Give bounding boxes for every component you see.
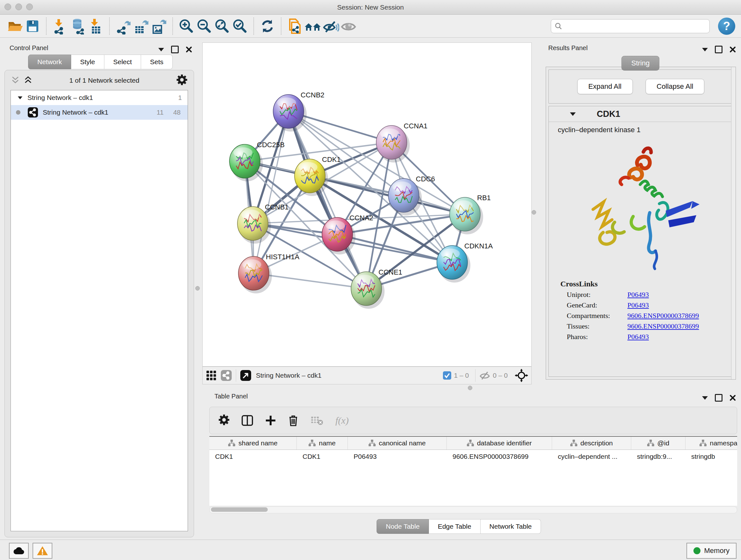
export-image-button[interactable] (150, 17, 168, 35)
column-header-canonical-name[interactable]: canonical name (348, 437, 447, 449)
save-session-button[interactable] (23, 17, 42, 35)
panel-menu-icon[interactable] (158, 48, 164, 51)
network-node-CDC6[interactable]: CDC6 (388, 175, 435, 215)
crosslink-link[interactable]: P06493 (627, 333, 649, 341)
entry-collapse-icon[interactable] (570, 112, 576, 116)
table-cell[interactable]: stringdb:9... (631, 450, 685, 463)
crosslink-link[interactable]: 9606.ENSP00000378699 (627, 312, 699, 320)
results-scrollbar[interactable] (731, 67, 736, 379)
table-tab-network-table[interactable]: Network Table (481, 519, 541, 534)
network-node-HIST1H1A[interactable]: HIST1H1A (239, 253, 299, 294)
table-horizontal-scrollbar[interactable] (209, 506, 737, 513)
panel-menu-icon[interactable] (702, 396, 708, 400)
show-columns-icon[interactable] (242, 415, 253, 426)
cloud-status-button[interactable] (9, 543, 29, 559)
table-cell[interactable]: P06493 (348, 450, 447, 463)
column-header-database-identifier[interactable]: database identifier (447, 437, 552, 449)
column-header-@id[interactable]: @id (631, 437, 685, 449)
crosslink-link[interactable]: P06493 (627, 291, 649, 299)
zoom-selected-button[interactable] (231, 17, 249, 35)
gene-entry-header[interactable]: CDK1 (549, 106, 733, 122)
birds-eye-view-icon[interactable] (515, 369, 528, 382)
zoom-in-button[interactable] (178, 17, 195, 35)
table-cell[interactable]: cyclin–dependent ... (552, 450, 631, 463)
help-button[interactable]: ? (718, 17, 735, 35)
network-node-RB1[interactable]: RB1 (450, 194, 491, 234)
collection-expand-icon[interactable] (18, 97, 22, 99)
network-node-CCNA2[interactable]: CCNA2 (322, 214, 374, 254)
column-header-name[interactable]: name (297, 437, 348, 449)
delete-column-icon[interactable] (288, 415, 298, 426)
collapse-all-button[interactable]: Collapse All (646, 79, 704, 94)
column-label: canonical name (379, 439, 426, 447)
selected-checkbox-icon[interactable] (443, 371, 452, 380)
open-session-button[interactable] (6, 17, 23, 35)
column-header-namespace[interactable]: namespace (685, 437, 737, 449)
network-collection-row[interactable]: String Network – cdk1 1 (11, 90, 188, 105)
table-tab-node-table[interactable]: Node Table (377, 519, 429, 534)
close-panel-icon[interactable] (730, 46, 736, 53)
network-node-CCNA1[interactable]: CCNA1 (376, 122, 428, 163)
network-node-CCNB2[interactable]: CCNB2 (273, 91, 325, 132)
grid-view-icon[interactable] (206, 370, 217, 381)
open-in-window-icon[interactable] (240, 370, 252, 381)
network-share-view-icon[interactable] (220, 370, 232, 381)
panel-menu-icon[interactable] (702, 48, 708, 51)
network-canvas[interactable]: CCNB2CCNA1CDC25BCDK1CDC6RB1CCNB1CCNA2CDK… (202, 43, 532, 367)
left-splitter-handle[interactable] (195, 286, 200, 291)
show-hidden-button[interactable] (340, 17, 357, 35)
memory-button[interactable]: Memory (686, 543, 737, 559)
column-header-shared-name[interactable]: shared name (209, 437, 297, 449)
network-node-CCNB1[interactable]: CCNB1 (238, 203, 289, 244)
float-panel-icon[interactable] (171, 46, 179, 53)
network-options-gear-icon[interactable] (177, 74, 187, 86)
table-options-gear-icon[interactable] (219, 415, 229, 427)
apply-layout-button[interactable] (259, 17, 276, 35)
network-node-CDC25B[interactable]: CDC25B (229, 141, 285, 181)
collapse-all-icon[interactable] (11, 76, 19, 85)
scrollbar-thumb[interactable] (211, 507, 268, 512)
table-row[interactable]: CDK1CDK1P064939606.ENSP00000378699cyclin… (209, 450, 737, 463)
crosslink-link[interactable]: P06493 (627, 301, 649, 309)
hide-selected-button[interactable] (322, 17, 340, 35)
float-panel-icon[interactable] (715, 46, 723, 53)
bottom-splitter-handle[interactable] (468, 386, 472, 390)
zoom-out-button[interactable] (195, 17, 213, 35)
network-node-CCNE1[interactable]: CCNE1 (351, 268, 402, 309)
table-cell[interactable]: stringdb (685, 450, 737, 463)
warnings-button[interactable] (32, 543, 52, 559)
network-node-CDKN1A[interactable]: CDKN1A (437, 242, 493, 283)
import-table-button[interactable] (87, 17, 105, 35)
network-graph[interactable]: CCNB2CCNA1CDC25BCDK1CDC6RB1CCNB1CCNA2CDK… (203, 43, 531, 366)
network-view-toolbar: String Network – cdk1 1 – 0 0 – 0 (202, 367, 532, 384)
tab-style[interactable]: Style (71, 55, 105, 69)
export-network-button[interactable] (114, 17, 132, 35)
export-table-button[interactable] (132, 17, 150, 35)
search-input[interactable] (562, 20, 706, 32)
tab-select[interactable]: Select (105, 55, 141, 69)
network-row-selected[interactable]: String Network – cdk1 11 48 (11, 105, 188, 120)
close-panel-icon[interactable] (186, 46, 192, 53)
crosslink-link[interactable]: 9606.ENSP00000378699 (627, 322, 699, 330)
column-header-description[interactable]: description (552, 437, 631, 449)
float-panel-icon[interactable] (715, 394, 723, 401)
expand-all-icon[interactable] (24, 76, 32, 85)
expand-all-button[interactable]: Expand All (577, 79, 633, 94)
import-network-file-button[interactable] (51, 17, 69, 35)
hidden-eye-icon[interactable] (479, 371, 490, 380)
table-cell[interactable]: CDK1 (209, 450, 297, 463)
close-panel-icon[interactable] (730, 395, 736, 401)
table-cell[interactable]: 9606.ENSP00000378699 (447, 450, 552, 463)
zoom-fit-button[interactable] (213, 17, 231, 35)
tab-network[interactable]: Network (28, 55, 71, 69)
table-cell[interactable]: CDK1 (297, 450, 348, 463)
import-network-database-button[interactable] (69, 17, 87, 35)
new-network-from-selection-button[interactable] (286, 17, 304, 35)
table-tab-edge-table[interactable]: Edge Table (429, 519, 481, 534)
tab-sets[interactable]: Sets (141, 55, 173, 69)
first-neighbors-button[interactable] (304, 17, 322, 35)
refresh-icon (259, 18, 276, 35)
add-column-icon[interactable] (265, 415, 276, 426)
right-splitter-handle[interactable] (532, 210, 536, 214)
results-tab-string[interactable]: String (621, 56, 659, 71)
